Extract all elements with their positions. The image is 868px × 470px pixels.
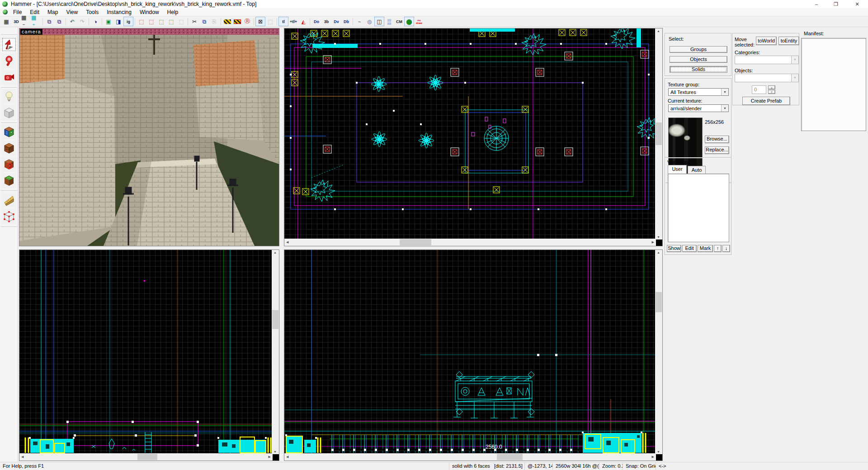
- displacement-mask-icon[interactable]: ◫: [374, 17, 384, 26]
- show-hidden-icon[interactable]: ⬚: [156, 17, 166, 26]
- viewport-2d-top[interactable]: ▲ ▼ ◀ ▶: [284, 28, 663, 246]
- undo-icon[interactable]: ↶: [67, 17, 77, 26]
- hide-all-icon[interactable]: ⬚: [176, 17, 186, 26]
- viewport-2d-side[interactable]: 2560.0 ▲ ▼ ◀ ▶: [284, 249, 663, 461]
- visgroups-list[interactable]: [668, 174, 729, 242]
- chevron-down-icon[interactable]: ▼: [721, 89, 728, 95]
- cordon-mode-toggle[interactable]: CM: [394, 17, 404, 26]
- menu-instancing[interactable]: Instancing: [103, 8, 136, 16]
- flip-faces-icon[interactable]: ◭: [298, 17, 308, 26]
- scroll-right-icon[interactable]: ▶: [269, 455, 271, 459]
- tool-camera[interactable]: [1, 70, 17, 85]
- cordon-toggle-icon[interactable]: [222, 17, 232, 26]
- visgroups-mark-button[interactable]: Mark: [698, 245, 713, 252]
- paste-icon[interactable]: ⎘: [209, 17, 219, 26]
- scroll-left-icon[interactable]: ◀: [286, 455, 288, 459]
- tool-overlay[interactable]: [1, 173, 17, 188]
- menu-window[interactable]: Window: [136, 8, 163, 16]
- close-button[interactable]: ✕: [849, 0, 865, 8]
- to-world-button[interactable]: toWorld: [756, 37, 777, 45]
- select-inside-icon[interactable]: ⬚: [265, 17, 275, 26]
- ungroup-icon[interactable]: ◨: [113, 17, 123, 26]
- current-texture-combo[interactable]: arrival/slender▼: [668, 104, 729, 112]
- hide-unselected-icon[interactable]: ⬚: [146, 17, 156, 26]
- tool-entity[interactable]: [1, 89, 17, 104]
- scroll-up-icon[interactable]: ▲: [274, 251, 277, 254]
- tool-apply-decals[interactable]: [1, 157, 17, 172]
- toggle-grid-icon[interactable]: ▦: [1, 17, 11, 26]
- visgroups-tab-user[interactable]: User: [668, 165, 687, 174]
- prefab-count-field[interactable]: 0: [752, 85, 766, 94]
- menu-help[interactable]: Help: [163, 8, 183, 16]
- tool-apply-current-texture[interactable]: [1, 141, 17, 155]
- paint-alpha-icon[interactable]: ▒: [384, 17, 394, 26]
- select-solids-button[interactable]: Solids: [670, 66, 727, 73]
- create-prefab-button[interactable]: Create Prefab: [742, 97, 790, 105]
- scroll-down-icon[interactable]: ▼: [274, 450, 277, 453]
- minimize-button[interactable]: –: [809, 0, 824, 8]
- top-view-hscrollbar[interactable]: ◀ ▶: [284, 239, 656, 246]
- select-objects-button[interactable]: Objects: [670, 56, 727, 63]
- spin-up-button[interactable]: ▲: [768, 85, 775, 89]
- texture-scale-lock-toggle[interactable]: +tl+: [288, 17, 298, 26]
- replace-button[interactable]: Replace...: [705, 146, 729, 154]
- save-window-state-icon[interactable]: ⧉: [54, 17, 64, 26]
- visgroups-move-down-button[interactable]: ↓: [722, 245, 730, 252]
- larger-grid-icon[interactable]: ▦﹢: [31, 17, 41, 26]
- texture-group-combo[interactable]: All Textures▼: [668, 88, 729, 96]
- scroll-left-icon[interactable]: ◀: [21, 455, 24, 459]
- entity-report-icon[interactable]: ◍: [364, 17, 374, 26]
- viewport-3d-camera[interactable]: camera: [19, 28, 279, 246]
- redo-icon[interactable]: ↷: [77, 17, 87, 26]
- hide-selected-icon[interactable]: ⬚: [137, 17, 146, 26]
- sound-browser-icon[interactable]: ⌁: [354, 17, 364, 26]
- tool-texture-application[interactable]: [1, 124, 17, 139]
- viewport-2d-front[interactable]: ▲ ▼ ◀ ▶: [19, 249, 279, 461]
- ignore-groups-toggle[interactable]: ig: [123, 17, 133, 26]
- scroll-down-icon[interactable]: ▼: [657, 235, 660, 239]
- tool-vertex[interactable]: [1, 209, 17, 224]
- spin-down-button[interactable]: ▼: [768, 90, 775, 94]
- prefab-objects-combo[interactable]: ▼: [735, 74, 799, 82]
- load-window-state-icon[interactable]: ⧉: [44, 17, 54, 26]
- display-brushes-toggle[interactable]: Db: [341, 17, 351, 26]
- side-view-vscrollbar[interactable]: ▲ ▼: [655, 250, 662, 454]
- apply-nodraw-icon[interactable]: no draw: [414, 17, 424, 26]
- tool-clipping[interactable]: [1, 193, 17, 207]
- browse-button[interactable]: Browse...: [705, 136, 729, 143]
- scroll-left-icon[interactable]: ◀: [286, 240, 288, 244]
- copy-icon[interactable]: ⧉: [199, 17, 209, 26]
- group-icon[interactable]: ▣: [104, 17, 113, 26]
- texture-lock-toggle[interactable]: tl: [278, 17, 288, 26]
- scroll-up-icon[interactable]: ▲: [657, 29, 660, 33]
- tool-selection[interactable]: [1, 37, 17, 52]
- run-map-icon[interactable]: ⬤: [404, 17, 414, 26]
- menu-view[interactable]: View: [62, 8, 82, 16]
- carve-icon[interactable]: ◑: [90, 17, 100, 26]
- tool-block[interactable]: [1, 105, 17, 120]
- radius-culling-icon[interactable]: Ⓡ: [242, 17, 252, 26]
- visgroups-edit-button[interactable]: Edit: [682, 245, 697, 252]
- top-view-vscrollbar[interactable]: ▲ ▼: [655, 28, 662, 240]
- chevron-down-icon[interactable]: ▼: [721, 105, 728, 112]
- toggle-3d-grid-icon[interactable]: 3D: [11, 17, 21, 26]
- smaller-grid-icon[interactable]: ▦﹣: [21, 17, 31, 26]
- visgroups-tab-auto[interactable]: Auto: [688, 166, 706, 174]
- to-entity-button[interactable]: toEntity: [778, 37, 799, 45]
- display-3d-brushes-toggle[interactable]: 3b: [321, 17, 331, 26]
- menu-tools[interactable]: Tools: [82, 8, 103, 16]
- categories-combo[interactable]: ▼: [735, 56, 799, 64]
- side-view-hscrollbar[interactable]: ◀ ▶: [284, 453, 656, 461]
- front-view-hscrollbar[interactable]: ◀ ▶: [19, 453, 273, 461]
- cut-icon[interactable]: ✂: [189, 17, 199, 26]
- manifest-list[interactable]: [801, 38, 866, 131]
- select-groups-button[interactable]: Groups: [670, 46, 727, 53]
- show-all-icon[interactable]: ⬚: [166, 17, 176, 26]
- visgroups-move-up-button[interactable]: ↑: [714, 245, 722, 252]
- scroll-right-icon[interactable]: ▶: [652, 455, 654, 459]
- scroll-right-icon[interactable]: ▶: [652, 240, 654, 244]
- scroll-down-icon[interactable]: ▼: [657, 450, 660, 453]
- front-view-vscrollbar[interactable]: ▲ ▼: [272, 250, 279, 454]
- restore-button[interactable]: ❐: [828, 0, 844, 8]
- scroll-up-icon[interactable]: ▲: [657, 251, 660, 254]
